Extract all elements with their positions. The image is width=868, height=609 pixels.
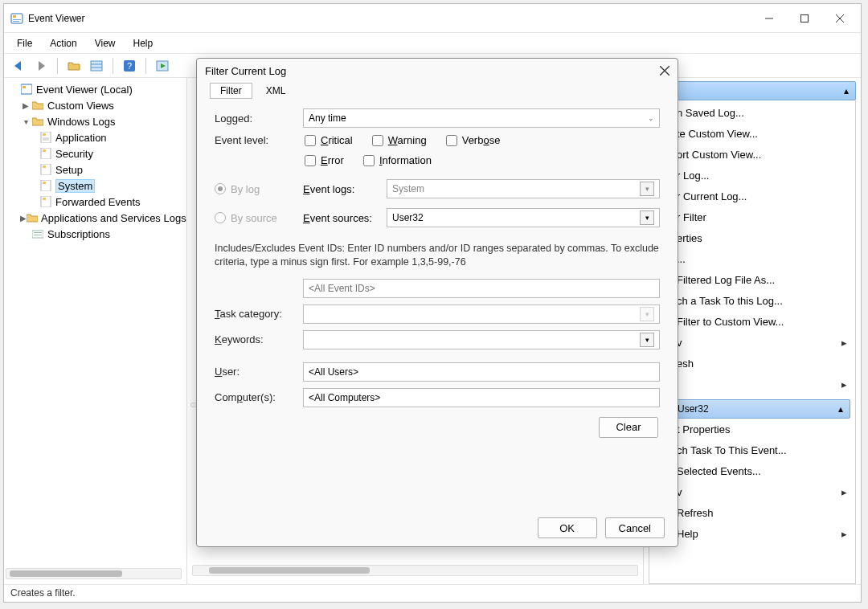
tree-forwarded-events[interactable]: Forwarded Events <box>6 194 185 210</box>
tab-filter[interactable]: Filter <box>210 83 252 99</box>
tree-pane: Event Viewer (Local) ▶Custom Views ▾Wind… <box>4 78 187 584</box>
action-clear-filter[interactable]: r Filter <box>649 206 855 227</box>
event-sources-dropdown[interactable]: User32 ▾ <box>387 208 660 227</box>
action-clear-log[interactable]: r Log... <box>649 165 855 186</box>
menu-help[interactable]: Help <box>125 35 162 52</box>
tree-custom-views[interactable]: ▶Custom Views <box>6 97 185 113</box>
logged-label: Logged: <box>215 112 297 125</box>
svg-rect-31 <box>32 231 43 238</box>
keywords-dropdown[interactable]: ▾ <box>303 330 660 349</box>
log-icon <box>39 195 52 208</box>
svg-rect-17 <box>21 84 32 94</box>
action-find[interactable]: ... <box>649 248 855 269</box>
actions-header-event[interactable]: 74, User32 ▴ <box>654 399 850 419</box>
ok-button[interactable]: OK <box>538 517 597 538</box>
menu-action[interactable]: Action <box>42 35 84 52</box>
cancel-button[interactable]: Cancel <box>605 517 665 538</box>
dialog-close-button[interactable] <box>660 66 669 76</box>
warning-checkbox[interactable]: Warning <box>372 134 427 146</box>
tree-root-label: Event Viewer (Local) <box>36 84 133 96</box>
event-logs-value: System <box>392 183 424 194</box>
tree-item-label: Applications and Services Logs <box>41 212 186 224</box>
action-copy-submenu[interactable]: v▸ <box>649 481 855 502</box>
task-category-label: Task category: <box>215 308 297 320</box>
error-checkbox[interactable]: Error <box>305 154 344 166</box>
action-refresh-2[interactable]: Refresh <box>649 502 855 523</box>
action-label: Help <box>677 528 698 540</box>
console-tree[interactable]: Event Viewer (Local) ▶Custom Views ▾Wind… <box>4 78 186 566</box>
by-source-radio[interactable] <box>215 212 226 223</box>
event-ids-input[interactable] <box>303 279 660 298</box>
menu-file[interactable]: File <box>9 35 40 52</box>
svg-rect-24 <box>43 149 46 152</box>
chevron-down-icon: ▾ <box>640 182 654 196</box>
action-refresh[interactable]: esh <box>649 353 855 374</box>
action-help-2[interactable]: ?Help▸ <box>649 523 855 544</box>
action-label: Selected Events... <box>677 465 761 477</box>
menu-view[interactable]: View <box>87 35 124 52</box>
action-save-selected[interactable]: Selected Events... <box>649 460 855 481</box>
details-horizontal-scrollbar[interactable] <box>192 565 638 576</box>
logged-dropdown[interactable]: Any time ⌄ <box>303 108 660 128</box>
tab-xml[interactable]: XML <box>256 83 297 99</box>
window-close-button[interactable] <box>822 7 858 30</box>
critical-checkbox[interactable]: Critical <box>305 134 353 146</box>
action-event-properties[interactable]: t Properties <box>649 419 855 439</box>
tree-windows-logs[interactable]: ▾Windows Logs <box>6 113 185 129</box>
action-label: te Custom View... <box>677 128 758 140</box>
task-category-dropdown[interactable]: ▾ <box>303 304 660 324</box>
keywords-label: Keywords: <box>215 333 297 345</box>
filter-form: Logged: Any time ⌄ Event level: Critical… <box>210 105 665 441</box>
action-open-saved-log[interactable]: 📂n Saved Log... <box>649 102 855 123</box>
folder-open-icon <box>31 115 44 128</box>
action-properties[interactable]: erties <box>649 227 855 248</box>
help-icon[interactable]: ? <box>120 56 139 76</box>
collapse-icon: ▴ <box>838 403 843 415</box>
action-create-custom-view[interactable]: ✳te Custom View... <box>649 123 855 144</box>
tree-root[interactable]: Event Viewer (Local) <box>6 81 185 97</box>
menubar: File Action View Help <box>4 33 861 54</box>
clear-button[interactable]: Clear <box>599 417 658 438</box>
action-attach-task[interactable]: ch a Task To this Log... <box>649 290 855 311</box>
svg-rect-10 <box>91 61 102 71</box>
forward-icon[interactable] <box>31 56 51 76</box>
window-maximize-button[interactable] <box>787 7 822 30</box>
action-attach-task-event[interactable]: ch Task To This Event... <box>649 439 855 460</box>
tree-horizontal-scrollbar[interactable] <box>6 568 182 579</box>
verbose-checkbox[interactable]: Verbose <box>446 134 501 146</box>
window-minimize-button[interactable] <box>751 7 787 30</box>
folder-icon <box>27 211 38 224</box>
action-view-submenu[interactable]: v▸ <box>649 332 855 353</box>
action-save-filtered[interactable]: Filtered Log File As... <box>649 269 855 290</box>
tree-application[interactable]: Application <box>6 129 185 145</box>
user-input[interactable] <box>303 362 660 382</box>
titlebar: Event Viewer <box>4 4 861 33</box>
tree-subscriptions[interactable]: ▶Subscriptions <box>6 226 185 242</box>
svg-rect-33 <box>34 235 42 235</box>
action-label: t Properties <box>677 423 730 435</box>
event-logs-dropdown[interactable]: System ▾ <box>387 179 660 198</box>
play-icon[interactable] <box>153 56 172 76</box>
action-filter-current-log[interactable]: r Current Log... <box>649 186 855 206</box>
action-label: ort Custom View... <box>677 149 761 161</box>
tree-app-services-logs[interactable]: ▶Applications and Services Logs <box>6 210 185 226</box>
svg-rect-1 <box>13 15 16 18</box>
action-help-submenu[interactable]: ▸ <box>649 374 855 394</box>
tree-setup[interactable]: Setup <box>6 161 185 178</box>
action-import-custom-view[interactable]: ort Custom View... <box>649 144 855 165</box>
submenu-arrow-icon: ▸ <box>841 337 847 349</box>
folder-icon[interactable] <box>64 56 84 76</box>
action-save-filter[interactable]: Filter to Custom View... <box>649 311 855 332</box>
back-icon[interactable] <box>9 56 28 76</box>
collapse-icon: ▴ <box>844 85 849 96</box>
actions-header-system[interactable]: ▴ <box>649 81 856 100</box>
computers-input[interactable] <box>303 388 660 407</box>
by-log-radio[interactable] <box>215 183 226 194</box>
toolbar-separator <box>113 58 113 74</box>
computers-label: Computer(s): <box>215 391 297 403</box>
table-icon[interactable] <box>87 56 106 76</box>
toolbar-separator <box>145 58 146 74</box>
tree-security[interactable]: Security <box>6 145 185 161</box>
tree-system[interactable]: System <box>6 178 185 194</box>
information-checkbox[interactable]: Information <box>363 154 432 166</box>
